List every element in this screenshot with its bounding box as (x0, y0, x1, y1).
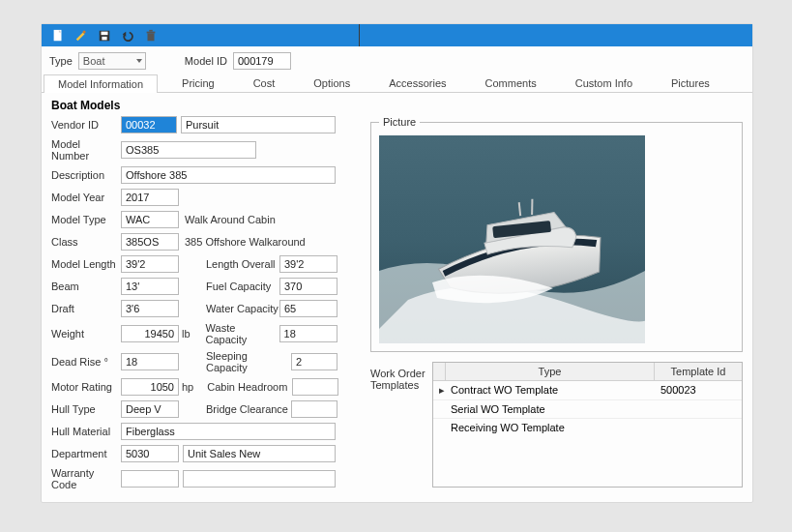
picture-group: Picture (370, 116, 743, 352)
tab-cost[interactable]: Cost (239, 74, 290, 92)
model-number-input[interactable] (121, 141, 256, 159)
sleeping-capacity-input[interactable] (291, 353, 337, 370)
type-dropdown-wrap (78, 52, 146, 70)
table-row[interactable]: ▸ Contract WO Template 500023 (433, 381, 742, 400)
dead-rise-label: Dead Rise ° (51, 356, 121, 368)
model-length-input[interactable] (121, 255, 179, 273)
water-capacity-input[interactable] (279, 300, 337, 317)
cabin-headroom-input[interactable] (292, 378, 338, 396)
description-input[interactable] (121, 166, 336, 184)
td-type: Contract WO Template (445, 381, 655, 399)
warranty-code-label: Warranty Code (51, 467, 121, 490)
hull-type-input[interactable] (121, 400, 179, 418)
vendor-id-input[interactable] (121, 116, 177, 133)
model-type-label: Model Type (51, 214, 121, 225)
department-label: Department (51, 448, 121, 459)
length-overall-label: Length Overall (206, 258, 279, 270)
th-type[interactable]: Type (446, 363, 655, 381)
toolbar-divider (359, 24, 360, 46)
row-pointer-icon: ▸ (433, 381, 445, 399)
td-template-id (655, 400, 742, 418)
weight-input[interactable] (121, 325, 179, 342)
motor-rating-label: Motor Rating (51, 381, 121, 393)
length-overall-input[interactable] (279, 255, 337, 273)
model-year-input[interactable] (121, 189, 179, 206)
draft-label: Draft (51, 303, 121, 314)
table-header: Type Template Id (433, 363, 742, 381)
table-row[interactable]: Serial WO Template (433, 400, 742, 419)
toolbar (42, 24, 752, 46)
work-order-block: Work Order Templates Type Template Id ▸ … (370, 362, 743, 488)
weight-label: Weight (51, 328, 121, 340)
hull-material-input[interactable] (121, 423, 336, 440)
td-template-id (655, 419, 742, 436)
th-template-id[interactable]: Template Id (655, 363, 742, 381)
bridge-clearance-label: Bridge Clearance (206, 403, 291, 415)
work-order-label: Work Order Templates (370, 362, 426, 488)
dead-rise-input[interactable] (121, 353, 179, 370)
tab-model-information[interactable]: Model Information (44, 74, 158, 93)
type-dropdown[interactable] (78, 52, 146, 70)
class-desc: 385 Offshore Walkaround (185, 236, 306, 248)
type-label: Type (49, 55, 73, 67)
tab-pictures[interactable]: Pictures (657, 74, 724, 92)
main-panel: Type Model ID Model Information Pricing … (41, 23, 753, 503)
waste-capacity-label: Waste Capacity (206, 322, 279, 345)
td-type: Receiving WO Template (445, 419, 655, 436)
beam-label: Beam (51, 281, 121, 292)
tab-custom-info[interactable]: Custom Info (561, 74, 647, 92)
fuel-capacity-input[interactable] (279, 278, 337, 295)
model-number-label: Model Number (51, 138, 121, 162)
hull-material-label: Hull Material (51, 426, 121, 437)
motor-rating-input[interactable] (121, 378, 179, 396)
save-icon[interactable] (98, 29, 111, 43)
fuel-capacity-label: Fuel Capacity (206, 281, 279, 292)
class-label: Class (51, 236, 121, 248)
svg-rect-5 (102, 31, 108, 35)
section-title: Boat Models (51, 99, 743, 112)
edit-icon[interactable] (74, 29, 88, 43)
weight-unit: lb (182, 328, 191, 340)
model-id-label: Model ID (185, 55, 227, 67)
tab-options[interactable]: Options (299, 74, 365, 92)
td-type: Serial WO Template (445, 400, 655, 418)
sleeping-capacity-label: Sleeping Capacity (206, 350, 291, 373)
warranty-code-input[interactable] (121, 470, 179, 488)
table-empty-area (433, 436, 742, 487)
model-length-label: Model Length (51, 258, 121, 270)
beam-input[interactable] (121, 278, 179, 295)
table-row[interactable]: Receiving WO Template (433, 419, 742, 436)
department-input[interactable] (121, 445, 179, 462)
model-type-desc: Walk Around Cabin (185, 214, 276, 225)
delete-icon[interactable] (144, 29, 158, 43)
model-type-input[interactable] (121, 211, 179, 228)
tab-accessories[interactable]: Accessories (374, 74, 460, 92)
bridge-clearance-input[interactable] (291, 400, 337, 418)
department-desc[interactable] (183, 445, 336, 462)
warranty-code-desc[interactable] (183, 470, 336, 488)
svg-rect-8 (148, 33, 155, 41)
form-right: Picture (370, 116, 743, 495)
picture-label: Picture (379, 116, 420, 128)
new-icon[interactable] (51, 29, 65, 43)
content: Boat Models Vendor ID Model Number Descr… (42, 93, 752, 501)
description-label: Description (51, 169, 121, 181)
svg-rect-10 (149, 29, 153, 31)
tabs: Model Information Pricing Cost Options A… (42, 74, 752, 93)
form-left: Vendor ID Model Number Description Model… (51, 116, 361, 495)
class-input[interactable] (121, 233, 179, 251)
undo-icon[interactable] (121, 29, 134, 43)
tab-pricing[interactable]: Pricing (167, 74, 229, 92)
model-id-input[interactable] (233, 52, 291, 70)
top-filter: Type Model ID (42, 46, 752, 74)
work-order-table[interactable]: Type Template Id ▸ Contract WO Template … (432, 362, 743, 488)
vendor-id-desc[interactable] (181, 116, 336, 133)
waste-capacity-input[interactable] (279, 325, 337, 342)
draft-input[interactable] (121, 300, 179, 317)
cabin-headroom-label: Cabin Headroom (207, 381, 292, 393)
tab-comments[interactable]: Comments (471, 74, 551, 92)
water-capacity-label: Water Capacity (206, 303, 279, 314)
hull-type-label: Hull Type (51, 403, 121, 415)
vendor-id-label: Vendor ID (51, 119, 121, 131)
motor-rating-unit: hp (182, 381, 193, 393)
